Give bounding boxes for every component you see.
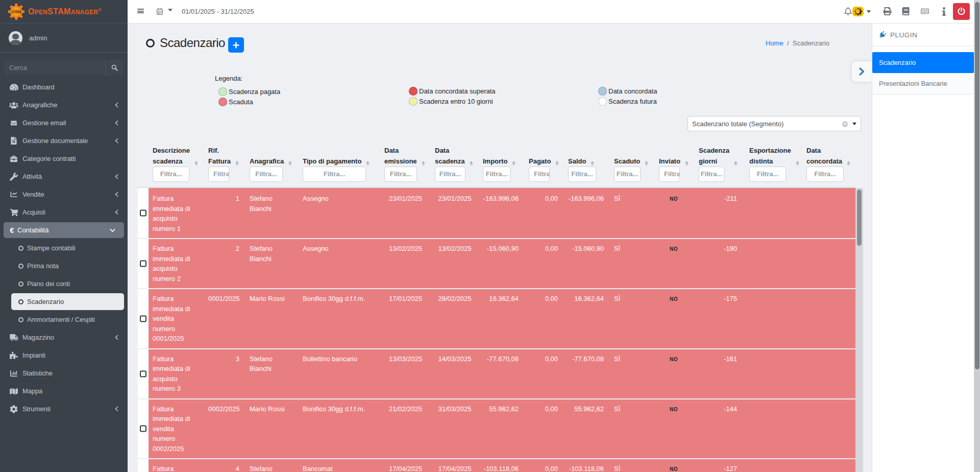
svg-text:OSM: OSM xyxy=(11,9,21,14)
